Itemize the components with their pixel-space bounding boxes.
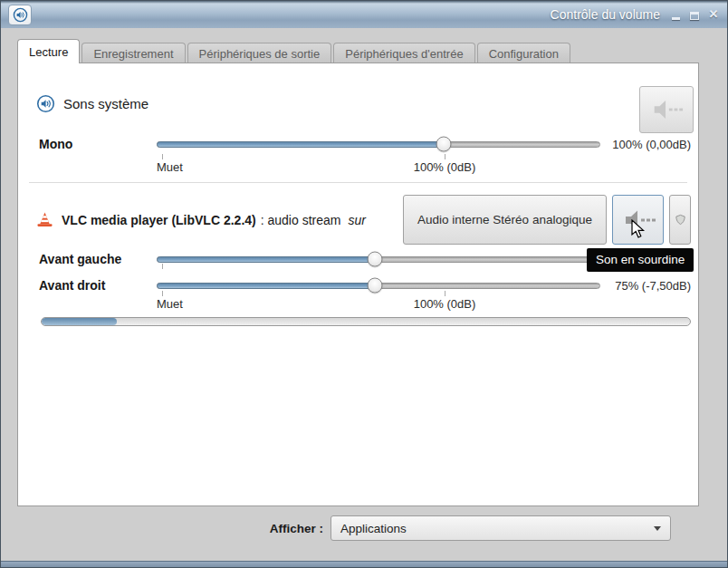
maximize-icon [690,12,699,20]
system-sounds-mute-button[interactable] [639,86,694,133]
minimize-icon [672,17,680,20]
muted-speaker-icon [649,96,684,123]
lock-shield-icon [674,213,687,227]
front-left-label: Avant gauche [39,252,157,266]
vlc-app-name: VLC media player (LibVLC 2.2.4) [62,213,256,227]
vlc-stream-subtitle: : audio stream [261,213,341,227]
slider-fill [157,256,375,263]
minimize-button[interactable] [669,8,682,21]
show-filter-combobox[interactable]: Applications [330,515,671,541]
front-left-ticks [157,264,600,271]
peak-meter-fill [42,318,117,325]
mono-channel-label: Mono [39,137,157,151]
tick-100-label: 100% (0dB) [414,297,476,311]
tab-peripheriques-sortie[interactable]: Périphériques de sortie [187,43,332,63]
app-window-icon [8,5,32,25]
mute-tooltip: Son en sourdine [587,248,694,272]
window-title: Contrôle du volume [551,7,669,22]
stream-separator [29,182,687,183]
mono-slider-row: Mono 100% (0,00dB) [39,132,691,156]
system-sounds-header: Sons système [36,94,148,113]
combobox-value: Applications [340,522,407,535]
vlc-sur-label: sur [348,213,365,227]
vlc-stream-header: VLC media player (LibVLC 2.2.4): audio s… [36,195,691,245]
slider-fill [157,283,375,289]
volume-control-window: Contrôle du volume ✕ Lecture Enregistrem… [0,0,728,568]
tab-bar: Lecture Enregistrement Périphériques de … [17,39,572,63]
show-label: Afficher : [270,522,323,535]
titlebar[interactable]: Contrôle du volume ✕ [1,1,727,28]
lock-channels-button[interactable] [669,195,691,245]
footer-bar: Afficher : Applications [2,515,671,541]
window-content: Lecture Enregistrement Périphériques de … [2,28,726,561]
maximize-button[interactable] [688,8,701,21]
front-right-ticks: Muet 100% (0dB) [157,291,600,311]
vlc-peak-meter [41,317,691,326]
window-bottom-border [1,561,727,567]
chevron-down-icon [654,526,661,531]
close-button[interactable]: ✕ [707,8,720,21]
tick-muet-label: Muet [157,160,183,174]
mono-volume-slider[interactable] [157,137,600,152]
front-right-label: Avant droit [39,278,157,293]
slider-fill [157,141,444,148]
tick-100-label: 100% (0dB) [414,160,476,174]
front-right-volume-value: 75% (-7,50dB) [600,279,691,293]
slider-handle[interactable] [436,137,452,152]
output-device-button[interactable]: Audio interne Stéréo analogique [403,195,607,245]
mono-volume-value: 100% (0,00dB) [600,138,691,151]
playback-page: Sons système Mono 100% (0,00dB) [17,63,699,506]
tab-enregistrement[interactable]: Enregistrement [81,43,185,63]
system-sounds-label: Sons système [63,96,148,111]
mouse-cursor [631,219,646,239]
vlc-cone-icon [36,211,53,228]
speaker-circle-icon [36,94,55,113]
mono-slider-ticks: Muet 100% (0dB) [157,154,600,174]
tab-peripheriques-entree[interactable]: Périphériques d'entrée [333,43,474,63]
tab-lecture[interactable]: Lecture [17,39,80,63]
tick-muet-label: Muet [157,297,183,311]
vlc-stream-title: VLC media player (LibVLC 2.2.4): audio s… [62,213,366,227]
speaker-icon [13,7,28,23]
tab-configuration[interactable]: Configuration [477,43,570,63]
